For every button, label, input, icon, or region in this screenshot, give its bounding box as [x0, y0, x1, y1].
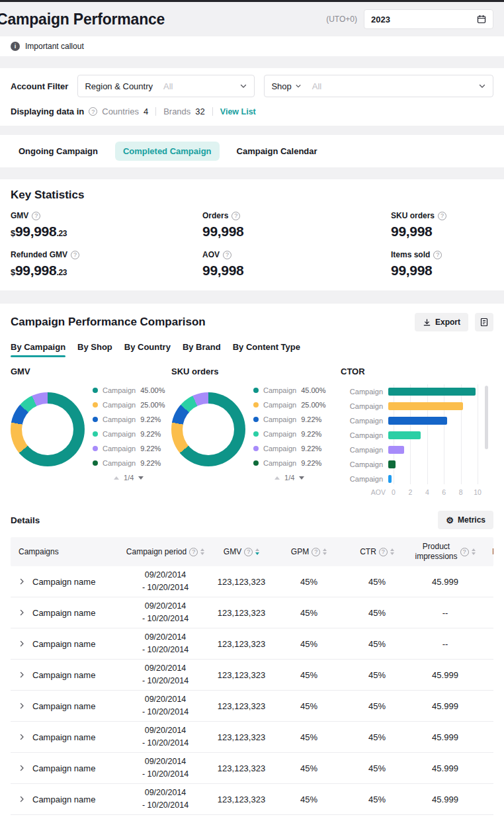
question-icon[interactable]: ? [32, 212, 40, 220]
bar[interactable] [388, 460, 396, 468]
comparison-subtab[interactable]: By Country [124, 342, 171, 357]
comparison-subtab[interactable]: By Shop [77, 342, 112, 357]
campaign-period: 09/20/2014 - 10/20/2014 [122, 662, 209, 687]
gear-icon: ⚙ [446, 516, 454, 525]
main-tab[interactable]: Campaign Calendar [229, 142, 325, 161]
sort-icon[interactable] [200, 548, 204, 555]
sort-icon[interactable] [255, 548, 259, 555]
sort-icon[interactable] [390, 548, 394, 555]
table-body: Campaign name 09/20/2014 - 10/20/2014 12… [11, 566, 493, 815]
column-header[interactable]: Campaign period ? [122, 547, 209, 557]
legend-item: Campaign 9.22% [253, 427, 325, 441]
column-header[interactable]: GPM ? [274, 547, 344, 557]
column-header[interactable]: Product impressions ? [410, 542, 480, 562]
campaign-period: 09/20/2014 - 10/20/2014 [122, 631, 209, 656]
table-row: Campaign name 09/20/2014 - 10/20/2014 12… [11, 722, 493, 753]
stat-label: Items sold [391, 250, 430, 259]
column-header[interactable]: Campaigns [11, 547, 122, 557]
year-picker[interactable]: 2023 [364, 9, 493, 29]
question-icon[interactable]: ? [189, 548, 198, 556]
chart-scrollbar[interactable] [485, 386, 488, 449]
legend-item: Campaign 9.22% [253, 441, 325, 456]
legend-dot [253, 446, 259, 451]
column-header[interactable]: GMV ? [209, 547, 274, 557]
x-axis-label: AOV [341, 488, 386, 496]
table-row: Campaign name 09/20/2014 - 10/20/2014 12… [11, 597, 493, 628]
bar[interactable] [388, 446, 404, 454]
expand-row-icon[interactable] [19, 609, 25, 616]
expand-row-icon[interactable] [19, 703, 25, 709]
legend-label: Campaign [263, 386, 296, 394]
metrics-button[interactable]: ⚙ Metrics [438, 511, 493, 529]
campaign-period: 09/20/2014 - 10/20/2014 [122, 755, 209, 781]
expand-row-icon[interactable] [19, 640, 25, 647]
pager-down-icon[interactable] [299, 476, 304, 480]
stat-value: 99,998 [391, 224, 493, 239]
campaign-name: Campaign name [32, 701, 95, 711]
comparison-subtab[interactable]: By Brand [183, 342, 221, 357]
legend-dot [93, 388, 98, 393]
comparison-subtab[interactable]: By Campaign [11, 342, 65, 357]
bar[interactable] [388, 417, 447, 425]
expand-row-icon[interactable] [19, 578, 25, 585]
comparison-subtab[interactable]: By Content Type [233, 342, 300, 357]
bar-track [388, 475, 478, 483]
shop-select-name: Shop [271, 81, 291, 91]
report-button[interactable] [475, 313, 493, 331]
legend-label: Campaign [263, 430, 296, 438]
ctr-value: 45% [344, 670, 410, 680]
bar-track [388, 431, 478, 439]
view-list-link[interactable]: View List [220, 107, 256, 116]
expand-row-icon[interactable] [19, 734, 25, 740]
callout-text: Important callout [25, 42, 84, 51]
expand-row-icon[interactable] [19, 765, 25, 771]
question-icon[interactable]: ? [433, 251, 442, 259]
legend-value: 9.22% [140, 430, 161, 438]
column-header[interactable]: CTR ? [344, 547, 410, 557]
comparison-title: Campaign Performance Comparison [11, 316, 206, 329]
bar-track [388, 402, 478, 410]
shop-select[interactable]: Shop All [264, 75, 493, 97]
key-statistics-title: Key Statistics [11, 189, 493, 202]
legend-item: Campaign 9.22% [93, 441, 165, 456]
region-country-select[interactable]: Region & Country All [77, 75, 255, 97]
column-header[interactable]: Placeho [480, 547, 493, 557]
question-icon[interactable]: ? [438, 212, 446, 220]
pager-up-icon[interactable] [114, 476, 119, 480]
legend-dot [93, 417, 98, 422]
main-tab[interactable]: Completed Campaign [115, 142, 220, 161]
export-button[interactable]: Export [415, 313, 468, 331]
question-icon[interactable]: ? [223, 251, 231, 259]
ctr-value: 45% [344, 763, 410, 773]
expand-row-icon[interactable] [19, 796, 25, 802]
question-icon[interactable]: ? [312, 548, 320, 556]
question-icon[interactable]: ? [244, 548, 253, 556]
account-filter-section: Account Filter Region & Country All Shop… [0, 68, 504, 126]
ctr-value: 45% [344, 701, 410, 711]
main-tab[interactable]: Ongoing Campaign [11, 142, 106, 161]
bar[interactable] [388, 402, 463, 410]
header: Campaign Performance (UTO+0) 2023 [0, 2, 504, 36]
bar[interactable] [388, 388, 476, 396]
expand-row-icon[interactable] [19, 671, 25, 678]
question-icon[interactable]: ? [379, 548, 388, 556]
x-axis: AOV 0 2 4 6 8 10 [341, 488, 493, 499]
bar[interactable] [388, 431, 421, 439]
question-icon[interactable]: ? [231, 212, 240, 220]
campaign-name: Campaign name [32, 577, 95, 587]
bar-category-label: Campaign [341, 417, 388, 425]
pager-down-icon[interactable] [138, 476, 144, 480]
pager-up-icon[interactable] [274, 476, 280, 480]
table-row: Campaign name 09/20/2014 - 10/20/2014 12… [11, 753, 493, 784]
brands-value: 32 [195, 107, 204, 116]
bar-row: Campaign [341, 384, 493, 399]
bar[interactable] [388, 475, 392, 483]
campaign-name: Campaign name [32, 639, 95, 649]
chevron-down-icon[interactable] [295, 83, 302, 89]
legend-value: 9.22% [301, 445, 321, 452]
question-icon[interactable]: ? [460, 548, 469, 556]
question-icon[interactable]: ? [71, 251, 79, 259]
shop-select-placeholder: All [312, 81, 321, 91]
sort-icon[interactable] [472, 548, 476, 555]
sort-icon[interactable] [323, 548, 327, 555]
